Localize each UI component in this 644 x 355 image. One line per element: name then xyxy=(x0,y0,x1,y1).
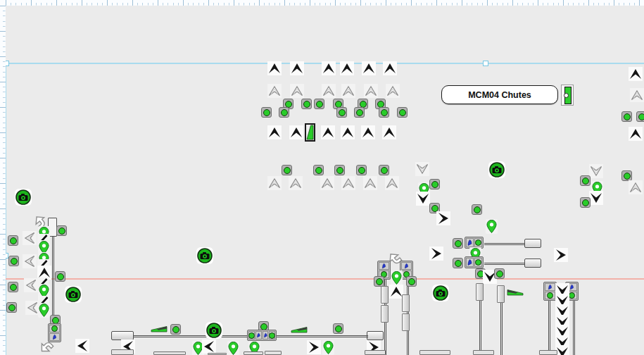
status-indicator[interactable] xyxy=(621,111,632,122)
status-indicator[interactable] xyxy=(453,258,463,268)
roller-block[interactable] xyxy=(367,331,384,340)
chute-label[interactable]: MCM04 Chutes xyxy=(441,85,558,104)
white-chevron-up-icon[interactable] xyxy=(322,84,336,98)
black-chevron-up-icon[interactable] xyxy=(362,61,376,75)
location-pin-icon[interactable] xyxy=(38,303,50,318)
white-chevron-up-icon[interactable] xyxy=(630,88,644,102)
white-chevron-up-icon[interactable] xyxy=(290,84,304,98)
black-chevron-up-icon[interactable] xyxy=(322,61,336,75)
ruler-vertical[interactable] xyxy=(0,6,6,355)
status-indicator[interactable] xyxy=(8,282,18,292)
white-chevron-up-icon[interactable] xyxy=(341,84,355,98)
white-chevron-up-icon[interactable] xyxy=(363,176,377,190)
roller-block[interactable] xyxy=(524,239,541,248)
white-chevron-up-icon[interactable] xyxy=(629,180,643,194)
black-chevron-right-icon[interactable] xyxy=(554,248,568,262)
white-chevron-up-icon[interactable] xyxy=(289,176,303,190)
white-chevron-up-icon[interactable] xyxy=(385,176,399,190)
white-chevron-left-icon[interactable] xyxy=(24,278,38,292)
valve-indicator[interactable] xyxy=(561,85,574,106)
camera-icon[interactable] xyxy=(432,285,449,301)
ruler-horizontal[interactable] xyxy=(6,0,644,6)
status-indicator[interactable] xyxy=(429,179,440,189)
status-indicator[interactable] xyxy=(261,107,272,118)
status-indicator[interactable] xyxy=(279,107,289,118)
white-chevron-left-icon[interactable] xyxy=(25,301,39,315)
black-chevron-right-icon[interactable] xyxy=(429,247,443,261)
selection-handle[interactable] xyxy=(483,61,488,66)
status-indicator[interactable] xyxy=(56,225,67,236)
status-indicator[interactable] xyxy=(621,170,632,181)
black-chevron-down-icon[interactable] xyxy=(416,192,430,206)
black-chevron-up-icon[interactable] xyxy=(340,61,354,75)
black-chevron-up-icon[interactable] xyxy=(383,61,397,75)
cylinder-block[interactable] xyxy=(402,313,410,331)
black-chevron-up-icon[interactable] xyxy=(629,67,643,81)
roller-block[interactable] xyxy=(524,259,541,268)
white-chevron-up-icon[interactable] xyxy=(386,84,400,98)
status-indicator[interactable] xyxy=(334,165,345,175)
status-indicator[interactable] xyxy=(170,324,181,335)
status-indicator[interactable] xyxy=(397,107,408,118)
device-group[interactable] xyxy=(247,330,277,341)
location-pin-icon[interactable] xyxy=(227,341,239,355)
white-chevron-left-icon[interactable] xyxy=(23,231,37,245)
status-indicator[interactable] xyxy=(580,197,591,208)
status-indicator[interactable] xyxy=(379,107,389,118)
white-chevron-up-icon[interactable] xyxy=(267,176,282,190)
status-indicator[interactable] xyxy=(314,99,324,109)
ramp-indicator[interactable] xyxy=(507,289,524,296)
status-indicator[interactable] xyxy=(336,107,347,118)
white-chevron-down-icon[interactable] xyxy=(589,164,603,178)
status-indicator[interactable] xyxy=(301,99,312,109)
status-indicator[interactable] xyxy=(453,238,463,249)
status-indicator[interactable] xyxy=(494,268,505,279)
black-chevron-up-icon[interactable] xyxy=(382,125,396,139)
black-chevron-up-icon[interactable] xyxy=(389,285,403,299)
black-chevron-up-icon[interactable] xyxy=(629,127,643,141)
black-chevron-up-icon[interactable] xyxy=(321,125,335,139)
white-chevron-left-icon[interactable] xyxy=(23,254,37,268)
white-chevron-up-icon[interactable] xyxy=(320,176,334,190)
white-chevron-up-icon[interactable] xyxy=(267,84,282,98)
device-group[interactable] xyxy=(465,256,484,268)
cylinder-block[interactable] xyxy=(497,285,505,303)
camera-icon[interactable] xyxy=(488,161,505,178)
status-indicator[interactable] xyxy=(406,276,417,287)
location-pin-icon[interactable] xyxy=(391,270,403,285)
white-chevron-up-icon[interactable] xyxy=(364,84,378,98)
black-chevron-up-icon[interactable] xyxy=(341,125,355,139)
black-chevron-down-icon[interactable] xyxy=(589,191,603,205)
black-chevron-up-icon[interactable] xyxy=(267,61,282,75)
status-indicator[interactable] xyxy=(333,323,343,334)
gate-indicator[interactable] xyxy=(305,123,315,142)
status-indicator[interactable] xyxy=(313,165,324,175)
design-canvas[interactable]: MCM04 Chutes xyxy=(0,0,644,355)
status-indicator[interactable] xyxy=(472,204,482,215)
status-indicator[interactable] xyxy=(55,271,65,282)
cylinder-block[interactable] xyxy=(476,283,484,301)
status-indicator[interactable] xyxy=(8,256,19,266)
status-indicator[interactable] xyxy=(580,175,591,186)
status-indicator[interactable] xyxy=(374,276,384,287)
camera-icon[interactable] xyxy=(206,322,222,339)
black-chevron-up-icon[interactable] xyxy=(290,61,304,75)
white-chevron-up-icon[interactable] xyxy=(341,176,355,190)
camera-icon[interactable] xyxy=(15,189,32,206)
status-indicator[interactable] xyxy=(379,165,389,175)
status-indicator[interactable] xyxy=(282,165,292,175)
cylinder-block[interactable] xyxy=(381,286,389,304)
camera-icon[interactable] xyxy=(196,247,213,264)
black-chevron-up-icon[interactable] xyxy=(267,125,282,139)
black-chevron-left-icon[interactable] xyxy=(202,340,216,354)
black-chevron-left-icon[interactable] xyxy=(75,339,89,353)
status-indicator[interactable] xyxy=(6,302,17,313)
black-chevron-up-icon[interactable] xyxy=(361,125,375,139)
black-chevron-down-icon[interactable] xyxy=(555,345,569,355)
status-indicator[interactable] xyxy=(8,235,18,246)
cylinder-block[interactable] xyxy=(402,294,410,312)
black-chevron-right-icon[interactable] xyxy=(307,340,321,354)
black-chevron-right-icon[interactable] xyxy=(436,211,450,225)
status-indicator[interactable] xyxy=(354,107,365,118)
ramp-indicator[interactable] xyxy=(151,325,168,332)
